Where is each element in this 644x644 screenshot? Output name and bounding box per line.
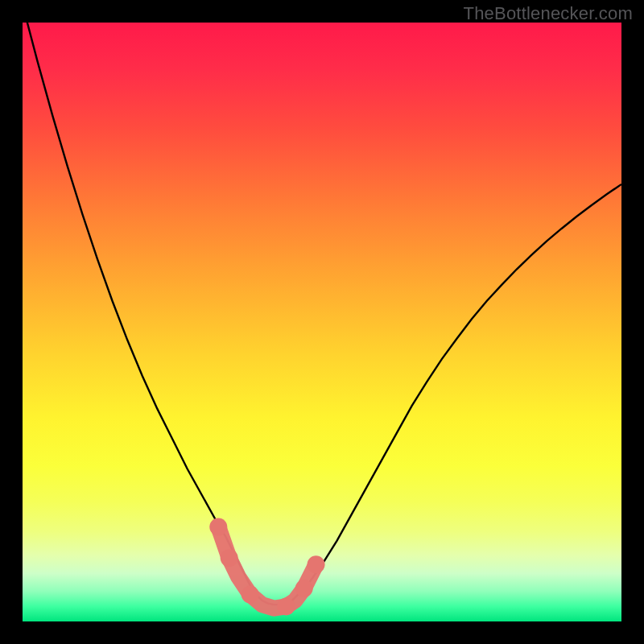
chart-plot xyxy=(23,23,621,621)
chart-background xyxy=(23,23,621,621)
chart-frame: TheBottlenecker.com xyxy=(0,0,644,644)
marker-dot xyxy=(221,549,238,567)
marker-dot xyxy=(308,555,325,573)
watermark-text: TheBottlenecker.com xyxy=(464,3,633,24)
marker-dot xyxy=(242,586,259,604)
marker-dot xyxy=(295,580,313,597)
marker-dot xyxy=(209,518,227,535)
chart-svg xyxy=(23,23,621,621)
marker-dot xyxy=(277,597,295,615)
